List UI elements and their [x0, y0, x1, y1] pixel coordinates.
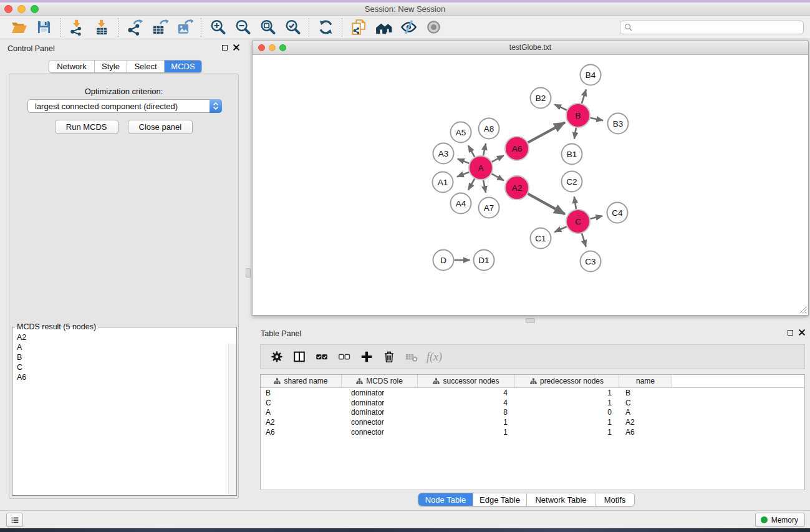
- graph-node-A6[interactable]: A6: [505, 137, 529, 160]
- memory-button[interactable]: Memory: [755, 513, 805, 527]
- document-share-button[interactable]: [346, 17, 371, 37]
- column-header-mcds-role[interactable]: MCDS role: [342, 375, 418, 387]
- float-panel-icon[interactable]: [222, 45, 228, 51]
- save-session-button[interactable]: [31, 17, 56, 37]
- mcds-result-item[interactable]: A6: [17, 372, 236, 382]
- graph-node-B2[interactable]: B2: [531, 88, 551, 109]
- table-row[interactable]: A6connector11A6: [261, 427, 804, 437]
- column-header-name[interactable]: name: [619, 375, 672, 387]
- trash-button[interactable]: [378, 347, 400, 367]
- table-row[interactable]: Adominator80A: [261, 408, 804, 418]
- graph-edge-C-C4[interactable]: [591, 216, 603, 218]
- graph-node-B1[interactable]: B1: [562, 144, 582, 165]
- graph-node-A1[interactable]: A1: [433, 172, 453, 193]
- run-mcds-button[interactable]: Run MCDS: [55, 120, 118, 134]
- network-graph[interactable]: B4B2BB3A8A5A6A3B1AA1C2A2A4A7C4CC1C3DD1: [253, 55, 808, 315]
- horizontal-split-grip[interactable]: [526, 318, 535, 323]
- delete-table-button[interactable]: [400, 347, 423, 367]
- column-header-successor-nodes[interactable]: successor nodes: [418, 375, 515, 387]
- task-history-button[interactable]: [6, 513, 23, 527]
- split-columns-button[interactable]: [288, 347, 311, 367]
- tab-motifs[interactable]: Motifs: [595, 493, 634, 506]
- graph-edge-B-B3[interactable]: [591, 118, 603, 120]
- graph-node-A5[interactable]: A5: [451, 122, 471, 143]
- graph-edge-A2-C[interactable]: [528, 194, 565, 215]
- tab-style[interactable]: Style: [95, 60, 127, 72]
- import-table-button[interactable]: [89, 17, 114, 37]
- export-table-button[interactable]: [147, 17, 172, 37]
- import-network-button[interactable]: [64, 17, 89, 37]
- column-header-predecessor-nodes[interactable]: predecessor nodes: [515, 375, 619, 387]
- search-input[interactable]: [620, 21, 804, 34]
- mcds-result-item[interactable]: B: [17, 352, 236, 362]
- export-image-button[interactable]: [172, 17, 197, 37]
- graph-node-A8[interactable]: A8: [479, 118, 499, 139]
- graph-node-B4[interactable]: B4: [581, 65, 601, 85]
- unselect-all-button[interactable]: [333, 347, 355, 367]
- graph-edge-A-A4[interactable]: [468, 178, 475, 190]
- graph-node-C[interactable]: C: [566, 210, 590, 233]
- graph-node-A[interactable]: A: [469, 156, 493, 180]
- graph-edge-A-A3[interactable]: [458, 159, 469, 163]
- close-panel-button[interactable]: Close panel: [128, 120, 193, 134]
- graph-node-C1[interactable]: C1: [531, 228, 551, 249]
- zoom-fit-button[interactable]: [255, 17, 280, 37]
- graph-node-B[interactable]: B: [566, 104, 590, 127]
- graph-edge-A-A7[interactable]: [483, 180, 486, 193]
- network-window-titlebar[interactable]: testGlobe.txt: [252, 40, 809, 55]
- function-builder-button[interactable]: f(x): [427, 351, 442, 364]
- column-header-shared-name[interactable]: shared name: [261, 375, 342, 387]
- graph-node-C2[interactable]: C2: [562, 172, 582, 192]
- graph-node-D1[interactable]: D1: [474, 250, 494, 271]
- graph-edge-A-A6[interactable]: [492, 155, 504, 162]
- graph-edge-A-A5[interactable]: [468, 145, 475, 157]
- graph-edge-B-B2[interactable]: [554, 104, 567, 110]
- refresh-layout-button[interactable]: [313, 17, 338, 37]
- result-scrollbar[interactable]: [228, 344, 236, 495]
- zoom-in-button[interactable]: [205, 17, 230, 37]
- tab-node-table[interactable]: Node Table: [418, 493, 473, 506]
- tab-edge-table[interactable]: Edge Table: [473, 493, 527, 506]
- graph-edge-C-C1[interactable]: [554, 226, 566, 232]
- export-network-button[interactable]: [122, 17, 147, 37]
- graph-edge-B-B4[interactable]: [582, 89, 586, 103]
- tab-network[interactable]: Network: [49, 60, 95, 72]
- graph-edge-A-A2[interactable]: [492, 174, 504, 181]
- zoom-selected-button[interactable]: [280, 17, 305, 37]
- graph-edge-C-C2[interactable]: [574, 196, 576, 209]
- home-button[interactable]: [371, 17, 396, 37]
- tab-mcds[interactable]: MCDS: [165, 60, 201, 72]
- table-row[interactable]: Bdominator41B: [261, 388, 804, 398]
- eye-button[interactable]: [421, 17, 446, 37]
- open-folder-button[interactable]: [6, 17, 31, 37]
- vertical-split-grip[interactable]: [246, 268, 251, 278]
- resize-grip-icon[interactable]: [799, 306, 807, 314]
- float-table-panel-icon[interactable]: [788, 330, 793, 336]
- mcds-result-item[interactable]: C: [17, 362, 236, 372]
- graph-node-C4[interactable]: C4: [607, 203, 628, 223]
- graph-node-A7[interactable]: A7: [479, 198, 499, 218]
- graph-edge-A-A8[interactable]: [483, 143, 486, 155]
- close-panel-icon[interactable]: [233, 44, 239, 51]
- mcds-result-item[interactable]: A2: [17, 332, 236, 342]
- select-all-check-button[interactable]: [311, 347, 333, 367]
- tab-select[interactable]: Select: [127, 60, 165, 72]
- tab-network-table[interactable]: Network Table: [527, 493, 595, 506]
- graph-node-D[interactable]: D: [433, 250, 454, 271]
- graph-node-C3[interactable]: C3: [581, 251, 601, 272]
- add-column-button[interactable]: [355, 347, 378, 367]
- graph-node-B3[interactable]: B3: [608, 114, 629, 134]
- network-canvas[interactable]: B4B2BB3A8A5A6A3B1AA1C2A2A4A7C4CC1C3DD1: [252, 55, 809, 316]
- eye-hidden-button[interactable]: [396, 17, 421, 37]
- graph-node-A3[interactable]: A3: [433, 143, 454, 164]
- graph-node-A4[interactable]: A4: [451, 193, 471, 214]
- graph-edge-C-C3[interactable]: [582, 233, 586, 247]
- graph-edge-A6-B[interactable]: [528, 122, 565, 142]
- graph-edge-A-A1[interactable]: [457, 172, 469, 177]
- optimization-criterion-dropdown[interactable]: largest connected component (directed): [27, 99, 222, 113]
- table-row[interactable]: Cdominator41C: [261, 398, 804, 408]
- gear-button[interactable]: [266, 347, 288, 367]
- zoom-out-button[interactable]: [230, 17, 255, 37]
- table-row[interactable]: A2connector11A2: [261, 417, 804, 427]
- graph-node-A2[interactable]: A2: [505, 176, 529, 200]
